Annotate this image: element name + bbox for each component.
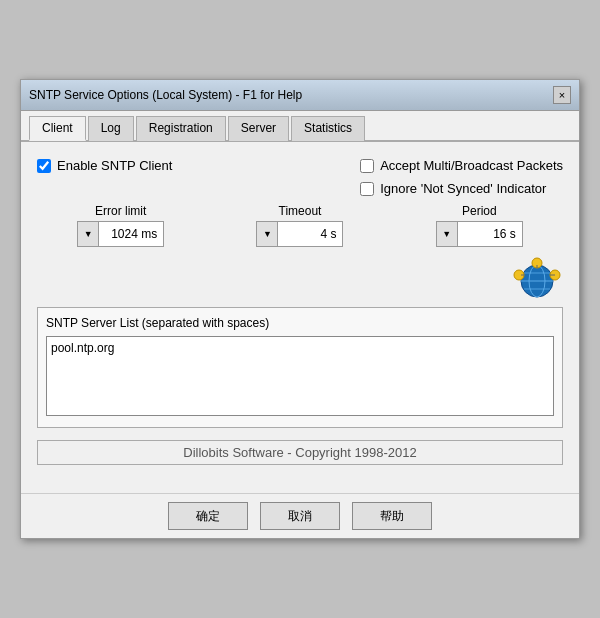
accept-multi-input[interactable] (360, 159, 374, 173)
enable-sntp-checkbox[interactable]: Enable SNTP Client (37, 158, 172, 173)
enable-sntp-label: Enable SNTP Client (57, 158, 172, 173)
close-button[interactable]: × (553, 86, 571, 104)
icon-area (37, 251, 563, 299)
error-limit-group: Error limit ▼ 1024 ms (37, 204, 204, 247)
period-value: 16 s (458, 221, 523, 247)
tab-statistics[interactable]: Statistics (291, 116, 365, 141)
ignore-notsynced-label: Ignore 'Not Synced' Indicator (380, 181, 546, 196)
window-title: SNTP Service Options (Local System) - F1… (29, 88, 302, 102)
period-control: ▼ 16 s (436, 221, 523, 247)
main-window: SNTP Service Options (Local System) - F1… (20, 79, 580, 539)
tab-client[interactable]: Client (29, 116, 86, 141)
top-options-row: Enable SNTP Client Accept Multi/Broadcas… (37, 158, 563, 196)
error-limit-value: 1024 ms (99, 221, 164, 247)
server-list-label: SNTP Server List (separated with spaces) (46, 316, 554, 330)
ignore-notsynced-input[interactable] (360, 182, 374, 196)
spinners-row: Error limit ▼ 1024 ms Timeout ▼ 4 s Peri… (37, 204, 563, 247)
period-group: Period ▼ 16 s (396, 204, 563, 247)
error-limit-control: ▼ 1024 ms (77, 221, 164, 247)
button-row: 确定 取消 帮助 (21, 493, 579, 538)
enable-sntp-input[interactable] (37, 159, 51, 173)
accept-multi-checkbox[interactable]: Accept Multi/Broadcast Packets (360, 158, 563, 173)
timeout-group: Timeout ▼ 4 s (216, 204, 383, 247)
period-label: Period (462, 204, 497, 218)
timeout-label: Timeout (279, 204, 322, 218)
server-list-input[interactable] (46, 336, 554, 416)
tab-content: Enable SNTP Client Accept Multi/Broadcas… (21, 142, 579, 493)
timeout-control: ▼ 4 s (256, 221, 343, 247)
network-icon (511, 251, 563, 299)
tab-log[interactable]: Log (88, 116, 134, 141)
ignore-notsynced-checkbox[interactable]: Ignore 'Not Synced' Indicator (360, 181, 563, 196)
copyright-text: Dillobits Software - Copyright 1998-2012 (183, 445, 416, 460)
server-list-section: SNTP Server List (separated with spaces) (37, 307, 563, 428)
error-limit-dropdown[interactable]: ▼ (77, 221, 99, 247)
period-dropdown[interactable]: ▼ (436, 221, 458, 247)
timeout-value: 4 s (278, 221, 343, 247)
tab-server[interactable]: Server (228, 116, 289, 141)
tab-registration[interactable]: Registration (136, 116, 226, 141)
error-limit-label: Error limit (95, 204, 146, 218)
cancel-button[interactable]: 取消 (260, 502, 340, 530)
right-checkboxes: Accept Multi/Broadcast Packets Ignore 'N… (360, 158, 563, 196)
help-button[interactable]: 帮助 (352, 502, 432, 530)
timeout-dropdown[interactable]: ▼ (256, 221, 278, 247)
title-bar: SNTP Service Options (Local System) - F1… (21, 80, 579, 111)
copyright-bar: Dillobits Software - Copyright 1998-2012 (37, 440, 563, 465)
accept-multi-label: Accept Multi/Broadcast Packets (380, 158, 563, 173)
tab-bar: Client Log Registration Server Statistic… (21, 111, 579, 142)
ok-button[interactable]: 确定 (168, 502, 248, 530)
